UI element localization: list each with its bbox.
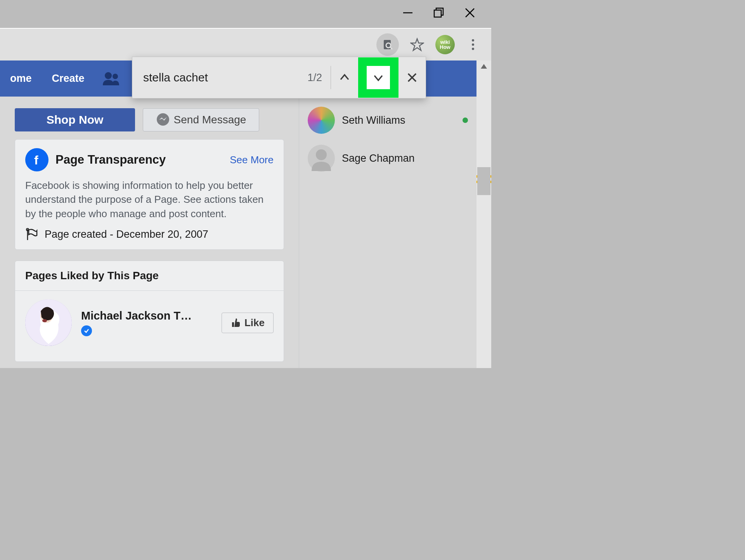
pages-liked-card: Pages Liked by This Page Michael Jackson…: [15, 261, 284, 362]
thumb-up-icon: [230, 318, 241, 328]
minimize-icon: [402, 7, 414, 19]
transparency-body: Facebook is showing information to help …: [25, 178, 274, 221]
online-indicator-icon: [463, 118, 468, 123]
contact-avatar: [308, 145, 335, 172]
shop-now-button[interactable]: Shop Now: [15, 108, 135, 131]
page-search-icon: [381, 38, 394, 51]
liked-page-name: Michael Jackson T…: [81, 309, 192, 322]
svg-rect-2: [434, 10, 441, 17]
main-column: Shop Now Send Message f Page Transparenc…: [0, 97, 299, 368]
nav-create[interactable]: Create: [42, 73, 95, 85]
search-in-page-button[interactable]: [376, 33, 399, 56]
find-next-button-highlighted[interactable]: [358, 57, 398, 98]
liked-page-item[interactable]: Michael Jackson T… Like: [25, 299, 274, 346]
chevron-up-icon: [481, 64, 487, 69]
avatar-text-bottom: How: [440, 45, 450, 50]
like-button[interactable]: Like: [222, 313, 274, 333]
svg-marker-19: [481, 64, 487, 69]
svg-point-9: [105, 72, 112, 79]
window-minimize-button[interactable]: [402, 7, 414, 19]
nav-friends[interactable]: [99, 71, 123, 86]
window-close-button[interactable]: [464, 7, 476, 19]
svg-marker-8: [411, 39, 423, 50]
maximize-icon: [433, 7, 445, 19]
nav-home[interactable]: ome: [0, 73, 42, 85]
chevron-up-icon: [339, 72, 350, 83]
svg-point-17: [42, 319, 47, 322]
flag-icon: [25, 228, 38, 241]
svg-point-10: [113, 74, 118, 79]
scroll-up-button[interactable]: [476, 60, 491, 72]
contact-name: Seth Williams: [342, 114, 456, 126]
chevron-down-icon: [372, 72, 384, 83]
page-created-text: Page created - December 20, 2007: [45, 228, 208, 240]
kebab-icon: [468, 39, 478, 50]
see-more-link[interactable]: See More: [230, 154, 274, 166]
bookmark-button[interactable]: [406, 33, 428, 56]
messenger-small-icon: [156, 113, 170, 127]
browser-menu-button[interactable]: [462, 33, 484, 56]
pages-liked-title: Pages Liked by This Page: [15, 261, 284, 291]
window-maximize-button[interactable]: [433, 7, 445, 19]
transparency-title: Page Transparency: [55, 153, 223, 167]
find-prev-button[interactable]: [331, 64, 358, 91]
contact-name: Sage Chapman: [342, 152, 468, 164]
page-viewport: ome Create Shop Now: [0, 60, 491, 368]
window-titlebar: [0, 0, 491, 28]
verified-badge-icon: [81, 325, 92, 336]
find-input[interactable]: [132, 57, 299, 98]
contact-avatar: [308, 107, 335, 134]
facebook-logo-icon: f: [25, 148, 49, 171]
svg-text:f: f: [34, 153, 38, 167]
find-close-button[interactable]: [398, 64, 426, 91]
find-in-page-bar: 1/2: [132, 57, 426, 99]
page-transparency-card: f Page Transparency See More Facebook is…: [15, 139, 284, 250]
scrollbar[interactable]: [476, 60, 491, 368]
star-icon: [410, 38, 424, 52]
close-icon: [407, 72, 418, 83]
browser-toolbar: wiki How: [0, 28, 491, 60]
friends-icon: [102, 71, 120, 86]
profile-avatar[interactable]: wiki How: [435, 35, 455, 54]
like-label: Like: [244, 317, 265, 329]
chat-contact[interactable]: Sage Chapman: [299, 139, 476, 177]
chat-contact[interactable]: Seth Williams: [299, 101, 476, 139]
find-result-count: 1/2: [299, 72, 331, 84]
send-message-label: Send Message: [174, 114, 246, 126]
close-icon: [464, 7, 476, 19]
scrollbar-thumb[interactable]: [477, 167, 490, 195]
send-message-button[interactable]: Send Message: [143, 108, 259, 131]
liked-page-avatar: [25, 299, 72, 346]
chat-sidebar: Seth Williams Sage Chapman: [299, 97, 476, 368]
svg-point-18: [316, 149, 327, 160]
